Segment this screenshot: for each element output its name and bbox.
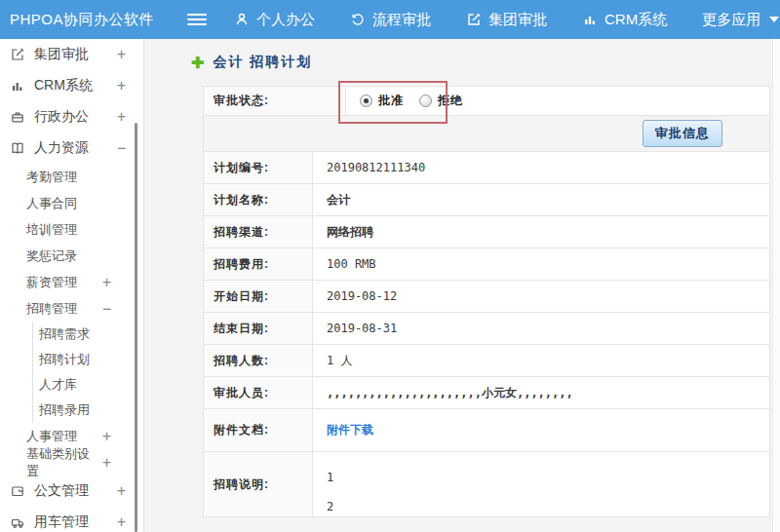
field-row-plan-name: 计划名称: 会计 xyxy=(204,184,769,216)
field-label-cell: 招聘人数: xyxy=(204,345,313,376)
nav-item-crm-system[interactable]: CRM系统 xyxy=(582,11,667,29)
sidebar-item-label: 培训管理 xyxy=(26,221,77,239)
sidebar-item-recruit-plan[interactable]: 招聘计划 xyxy=(33,347,143,372)
field-label: 招聘说明: xyxy=(214,476,269,493)
field-value-cell: 附件下载 xyxy=(313,409,769,451)
truck-icon xyxy=(10,514,25,530)
field-label: 开始日期: xyxy=(214,288,269,305)
top-navbar: PHPOA协同办公软件 个人办公 流程审批 集团审批 xyxy=(0,0,780,39)
field-label: 结束日期: xyxy=(214,321,269,337)
field-label: 附件文档: xyxy=(214,422,269,438)
expand-toggle[interactable]: + xyxy=(117,482,126,500)
sidebar-item-rewards[interactable]: 奖惩记录 xyxy=(0,243,143,269)
sidebar-item-salary[interactable]: 薪资管理 + xyxy=(0,269,143,295)
caret-down-icon xyxy=(769,17,779,22)
nav-item-more-apps[interactable]: 更多应用 xyxy=(702,11,779,29)
field-label: 招聘费用: xyxy=(214,256,269,273)
recruitment-submenu: 招聘需求 招聘计划 人才库 招聘录用 xyxy=(32,322,143,423)
nav-item-label: 集团审批 xyxy=(488,11,547,29)
attachment-download-link[interactable]: 附件下载 xyxy=(327,422,373,438)
sidebar-item-training[interactable]: 培训管理 xyxy=(0,216,143,243)
field-label-cell: 招聘渠道: xyxy=(204,216,313,247)
field-label: 计划名称: xyxy=(214,192,269,209)
approval-info-button[interactable]: 审批信息 xyxy=(643,120,722,147)
sidebar-item-label: 集团审批 xyxy=(34,46,89,63)
collapse-toggle[interactable]: − xyxy=(102,300,111,318)
field-label: 招聘渠道: xyxy=(214,224,269,241)
main-content: ✚ 会计 招聘计划 审批状态: 批准 拒绝 xyxy=(144,39,780,532)
nav-item-label: 个人办公 xyxy=(256,11,315,29)
nav-item-personal-office[interactable]: 个人办公 xyxy=(234,11,315,29)
radio-approve[interactable] xyxy=(360,95,372,107)
detail-panel: 审批状态: 批准 拒绝 审批信息 计划编号: 201908121 xyxy=(203,86,770,517)
field-row-attachment: 附件文档: 附件下载 xyxy=(204,409,769,452)
field-label-cell: 计划编号: xyxy=(204,152,313,183)
radio-approve-label[interactable]: 批准 xyxy=(378,93,404,109)
sidebar-item-label: 行政办公 xyxy=(34,108,89,126)
approval-status-row: 审批状态: 批准 拒绝 xyxy=(204,87,769,116)
field-value-cell: 20190812111340 xyxy=(313,152,769,183)
expand-toggle[interactable]: + xyxy=(102,428,111,445)
sidebar-item-hr[interactable]: 人力资源 − xyxy=(0,133,143,164)
sidebar-item-documents[interactable]: 公文管理 + xyxy=(0,475,143,507)
sidebar-item-label: 用车管理 xyxy=(34,513,89,531)
sidebar-item-label: 人事管理 xyxy=(26,428,77,445)
expand-toggle[interactable]: + xyxy=(117,513,126,531)
field-value-cell: 会计 xyxy=(313,184,769,215)
expand-toggle[interactable]: + xyxy=(117,108,126,126)
sidebar-item-recruit-hire[interactable]: 招聘录用 xyxy=(33,398,143,423)
field-row-start-date: 开始日期: 2019-08-12 xyxy=(204,281,769,313)
field-label-cell: 结束日期: xyxy=(204,313,313,344)
field-label-cell: 招聘说明: xyxy=(204,452,313,516)
nav-item-group-approval[interactable]: 集团审批 xyxy=(466,11,547,29)
sidebar-item-label: 招聘管理 xyxy=(26,300,77,318)
approval-button-row: 审批信息 xyxy=(204,116,769,152)
field-value-cell: 1 2 xyxy=(313,452,769,516)
field-row-plan-number: 计划编号: 20190812111340 xyxy=(204,152,769,184)
field-row-cost: 招聘费用: 100 RMB xyxy=(204,248,769,281)
app-window: PHPOA协同办公软件 个人办公 流程审批 集团审批 xyxy=(0,0,780,532)
sidebar-item-vehicles[interactable]: 用车管理 + xyxy=(0,507,143,532)
collapse-toggle[interactable]: − xyxy=(117,139,126,157)
nav-item-process-approval[interactable]: 流程审批 xyxy=(350,11,431,29)
field-label: 审批人员: xyxy=(214,385,269,401)
radio-reject[interactable] xyxy=(419,95,432,107)
sidebar-item-base-category[interactable]: 基础类别设置 + xyxy=(0,449,143,475)
sidebar-item-label: CRM系统 xyxy=(34,77,93,95)
sidebar-item-recruit-demand[interactable]: 招聘需求 xyxy=(33,322,143,347)
sidebar-scrollbar[interactable] xyxy=(135,123,137,532)
sidebar-item-hr-contract[interactable]: 人事合同 xyxy=(0,190,143,216)
field-value-cell: 100 RMB xyxy=(313,248,769,280)
sidebar-item-label: 人才库 xyxy=(39,376,77,394)
field-value: 会计 xyxy=(327,192,350,209)
description-line: 1 xyxy=(327,463,333,492)
sidebar-item-talent-pool[interactable]: 人才库 xyxy=(33,372,143,398)
radio-reject-label[interactable]: 拒绝 xyxy=(438,93,463,109)
field-value: 2019-08-31 xyxy=(327,322,397,335)
field-value-cell: 1 人 xyxy=(313,345,769,376)
field-value-cell: 2019-08-31 xyxy=(313,313,769,344)
field-label-cell: 审批状态: xyxy=(204,87,346,115)
sidebar-item-admin-office[interactable]: 行政办公 + xyxy=(0,101,143,133)
sidebar-item-attendance[interactable]: 考勤管理 xyxy=(0,164,143,190)
hamburger-menu-icon[interactable] xyxy=(187,14,207,25)
person-icon xyxy=(234,12,250,27)
edit-square-icon xyxy=(10,47,25,62)
history-icon xyxy=(350,12,366,27)
expand-toggle[interactable]: + xyxy=(117,46,126,63)
expand-toggle[interactable]: + xyxy=(117,77,126,95)
expand-toggle[interactable]: + xyxy=(102,274,111,291)
field-row-channel: 招聘渠道: 网络招聘 xyxy=(204,216,769,248)
bar-chart-icon xyxy=(10,78,25,94)
field-label-cell: 附件文档: xyxy=(204,409,313,451)
sidebar-item-recruitment[interactable]: 招聘管理 − xyxy=(0,295,143,322)
sidebar-item-crm[interactable]: CRM系统 + xyxy=(0,70,143,101)
sidebar-item-label: 奖惩记录 xyxy=(26,247,77,265)
field-value: 网络招聘 xyxy=(327,224,373,241)
content-scrollbar[interactable] xyxy=(772,39,780,532)
field-value-cell: 2019-08-12 xyxy=(313,281,769,312)
field-label-cell: 审批人员: xyxy=(204,377,313,408)
sidebar-item-group-approval[interactable]: 集团审批 + xyxy=(0,39,143,70)
expand-toggle[interactable]: + xyxy=(102,454,111,472)
sidebar-item-label: 招聘录用 xyxy=(39,401,90,419)
